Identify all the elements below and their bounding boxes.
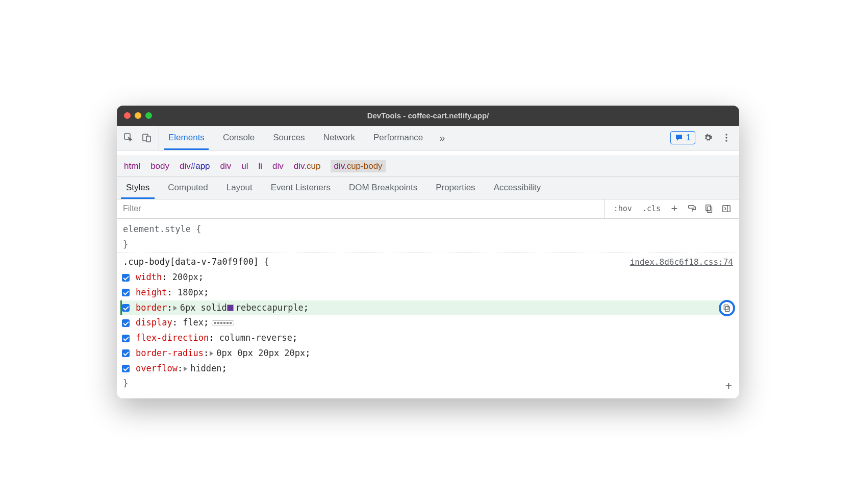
- flex-badge-icon[interactable]: [212, 320, 234, 325]
- prop-border-radius[interactable]: border-radius: 0px 0px 20px 20px;: [122, 346, 733, 361]
- close-window[interactable]: [124, 112, 131, 119]
- filter-input[interactable]: [117, 199, 604, 218]
- crumb-html[interactable]: html: [124, 161, 140, 171]
- crumb-body[interactable]: body: [150, 161, 169, 171]
- window-title: DevTools - coffee-cart.netlify.app/: [367, 111, 489, 120]
- tab-performance[interactable]: Performance: [364, 126, 432, 150]
- svg-rect-7: [707, 207, 712, 213]
- settings-icon[interactable]: [702, 132, 714, 143]
- prop-height[interactable]: height: 180px;: [122, 285, 733, 300]
- subtab-properties[interactable]: Properties: [426, 177, 484, 199]
- subtab-styles[interactable]: Styles: [117, 177, 159, 199]
- prop-toggle[interactable]: [122, 304, 130, 312]
- svg-rect-10: [725, 306, 729, 311]
- cls-toggle[interactable]: .cls: [638, 202, 665, 215]
- prop-width[interactable]: width: 200px;: [122, 270, 733, 285]
- panel-toggle-icon[interactable]: [721, 203, 732, 214]
- cup-body-rule[interactable]: .cup-body[data-v-7a0f9f00] { index.8d6c6…: [117, 255, 739, 391]
- tab-console[interactable]: Console: [214, 126, 264, 150]
- subtabs: Styles Computed Layout Event Listeners D…: [117, 177, 739, 199]
- inspect-icon[interactable]: [123, 132, 134, 143]
- crumb-div-2[interactable]: div: [272, 161, 284, 171]
- add-declaration-icon[interactable]: +: [725, 376, 732, 396]
- prop-border[interactable]: border: 6px solid rebeccapurple;: [120, 300, 733, 316]
- subtab-computed[interactable]: Computed: [159, 177, 217, 199]
- crumb-div-cup[interactable]: div.cup: [294, 161, 321, 171]
- selector-element-style: element.style: [123, 224, 191, 234]
- crumb-ul[interactable]: ul: [241, 161, 248, 171]
- prop-toggle[interactable]: [122, 319, 130, 327]
- crumb-div[interactable]: div: [220, 161, 232, 171]
- tab-network[interactable]: Network: [314, 126, 364, 150]
- toolbar-right: 1: [663, 131, 739, 144]
- svg-rect-6: [689, 206, 694, 208]
- crumb-li[interactable]: li: [259, 161, 263, 171]
- dom-tree-peek: [117, 150, 739, 156]
- traffic-lights: [124, 112, 152, 119]
- svg-rect-8: [706, 205, 711, 211]
- styles-pane: element.style { } .cup-body[data-v-7a0f9…: [117, 219, 739, 398]
- crumb-div-cup-body[interactable]: div.cup-body: [331, 160, 385, 172]
- hov-toggle[interactable]: :hov: [610, 202, 636, 215]
- maximize-window[interactable]: [145, 112, 152, 119]
- prop-display[interactable]: display: flex;: [122, 315, 733, 331]
- svg-point-4: [725, 137, 727, 139]
- expand-icon[interactable]: [210, 351, 213, 356]
- copy-icon[interactable]: [703, 203, 715, 214]
- svg-rect-11: [724, 305, 728, 310]
- issues-badge[interactable]: 1: [670, 131, 695, 144]
- expand-icon[interactable]: [173, 306, 177, 311]
- svg-rect-9: [723, 206, 730, 212]
- subtab-event-listeners[interactable]: Event Listeners: [262, 177, 340, 199]
- filter-row: :hov .cls +: [117, 199, 739, 219]
- tab-elements[interactable]: Elements: [159, 126, 214, 150]
- subtab-accessibility[interactable]: Accessibility: [485, 177, 550, 199]
- subtab-layout[interactable]: Layout: [217, 177, 262, 199]
- main-tabs: Elements Console Sources Network Perform…: [159, 126, 663, 150]
- copy-declaration-highlight[interactable]: [719, 300, 735, 316]
- selector-cup-body[interactable]: .cup-body[data-v-7a0f9f00]: [123, 257, 259, 267]
- prop-toggle[interactable]: [122, 335, 130, 342]
- svg-point-3: [725, 134, 727, 136]
- devtools-window: DevTools - coffee-cart.netlify.app/ Elem…: [117, 106, 739, 398]
- filter-actions: :hov .cls +: [604, 199, 739, 218]
- issues-count: 1: [686, 133, 691, 142]
- element-style-rule[interactable]: element.style { }: [117, 222, 739, 253]
- titlebar: DevTools - coffee-cart.netlify.app/: [117, 106, 739, 126]
- prop-toggle[interactable]: [122, 289, 130, 296]
- more-tabs-icon[interactable]: »: [432, 132, 452, 144]
- new-style-rule-icon[interactable]: +: [669, 203, 680, 214]
- minimize-window[interactable]: [135, 112, 141, 119]
- paint-icon[interactable]: [686, 203, 697, 214]
- closing-brace: }: [123, 376, 733, 391]
- prop-toggle[interactable]: [122, 349, 130, 357]
- svg-point-5: [725, 140, 727, 142]
- prop-toggle[interactable]: [122, 365, 130, 372]
- device-toggle-icon[interactable]: [141, 132, 153, 143]
- color-swatch[interactable]: [227, 305, 234, 311]
- prop-flex-direction[interactable]: flex-direction: column-reverse;: [122, 331, 733, 346]
- toolbar-left: [117, 126, 159, 150]
- breadcrumb: html body div#app div ul li div div.cup …: [117, 156, 739, 177]
- prop-overflow[interactable]: overflow: hidden;: [122, 361, 733, 376]
- crumb-div-app[interactable]: div#app: [180, 161, 210, 171]
- closing-brace: }: [123, 237, 733, 253]
- expand-icon[interactable]: [184, 366, 187, 371]
- svg-rect-2: [146, 136, 150, 142]
- kebab-menu-icon[interactable]: [721, 132, 732, 143]
- subtab-dom-breakpoints[interactable]: DOM Breakpoints: [340, 177, 426, 199]
- prop-toggle[interactable]: [122, 274, 130, 282]
- main-toolbar: Elements Console Sources Network Perform…: [117, 126, 739, 150]
- tab-sources[interactable]: Sources: [264, 126, 314, 150]
- source-link[interactable]: index.8d6c6f18.css:74: [630, 255, 733, 269]
